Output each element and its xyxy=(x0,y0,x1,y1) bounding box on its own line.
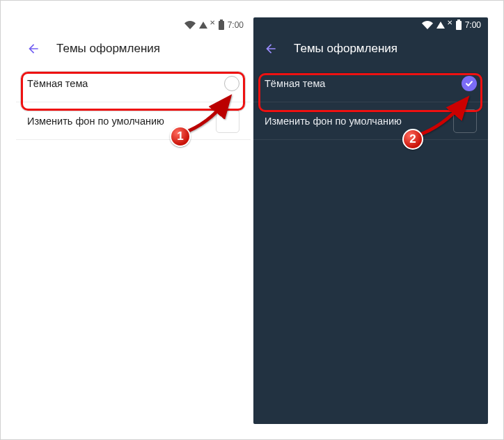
no-sim-icon: ✕ xyxy=(210,19,215,26)
battery-icon xyxy=(456,21,462,30)
signal-icon xyxy=(199,22,207,29)
dark-theme-radio[interactable] xyxy=(224,76,239,91)
row-change-bg-label: Изменить фон по умолчанию xyxy=(27,116,164,127)
status-bar: ✕ 7:00 xyxy=(16,17,251,33)
row-dark-theme-label: Тёмная тема xyxy=(265,78,325,89)
screen-dark: ✕ 7:00 Темы оформления Тёмная тема Измен… xyxy=(253,17,488,424)
status-bar: ✕ 7:00 xyxy=(253,17,488,33)
app-bar: Темы оформления xyxy=(16,33,251,65)
wifi-icon xyxy=(184,21,196,29)
screen-light: ✕ 7:00 Темы оформления Тёмная тема Измен… xyxy=(16,17,251,424)
back-button[interactable] xyxy=(263,41,278,56)
row-dark-theme[interactable]: Тёмная тема xyxy=(253,65,488,102)
dark-theme-radio[interactable] xyxy=(462,76,477,91)
row-change-background[interactable]: Изменить фон по умолчанию xyxy=(253,102,488,140)
row-change-bg-label: Изменить фон по умолчанию xyxy=(265,116,402,127)
row-dark-theme[interactable]: Тёмная тема xyxy=(16,65,251,102)
row-dark-theme-label: Тёмная тема xyxy=(27,78,88,89)
app-bar: Темы оформления xyxy=(253,33,488,65)
clock: 7:00 xyxy=(465,20,481,30)
no-sim-icon: ✕ xyxy=(447,19,452,26)
page-title: Темы оформления xyxy=(56,42,160,56)
wifi-icon xyxy=(422,21,433,29)
back-button[interactable] xyxy=(26,41,41,56)
row-change-background[interactable]: Изменить фон по умолчанию xyxy=(16,102,251,140)
background-thumbnail[interactable] xyxy=(453,109,477,133)
battery-icon xyxy=(219,21,224,30)
signal-icon xyxy=(436,22,445,29)
clock: 7:00 xyxy=(228,20,244,30)
check-icon xyxy=(465,79,473,88)
background-thumbnail[interactable] xyxy=(216,109,239,133)
page-title: Темы оформления xyxy=(294,42,397,56)
